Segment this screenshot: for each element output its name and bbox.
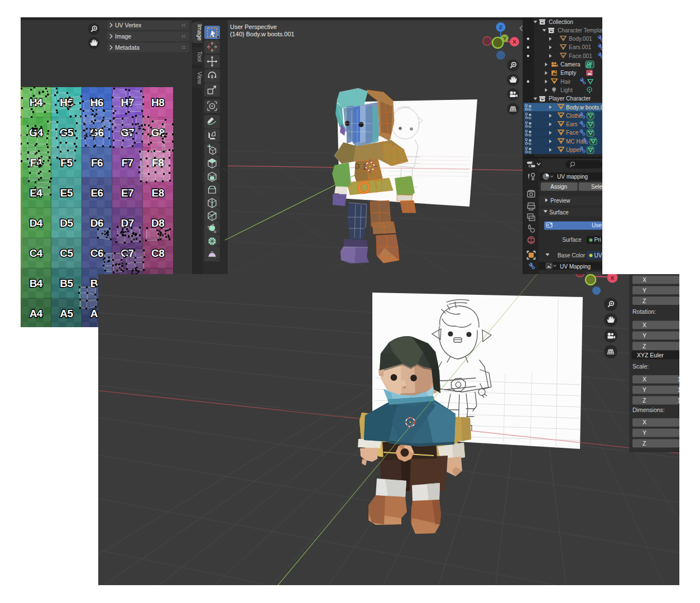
- svg-text:C8: C8: [151, 247, 164, 259]
- svg-text:B5: B5: [60, 277, 73, 289]
- svg-text:Preview: Preview: [550, 198, 570, 204]
- svg-text:Y: Y: [643, 287, 646, 294]
- svg-text:Image: Image: [115, 33, 131, 40]
- svg-text:Camera: Camera: [560, 61, 581, 68]
- svg-text:Z: Z: [643, 397, 646, 404]
- svg-text:Assign: Assign: [550, 184, 567, 190]
- svg-text:D5: D5: [60, 217, 73, 229]
- svg-text:E7: E7: [121, 187, 133, 199]
- svg-text:Base Color: Base Color: [558, 252, 586, 259]
- svg-text:D4: D4: [30, 217, 43, 229]
- svg-text:Use N: Use N: [592, 222, 602, 228]
- svg-text:Character Templat: Character Templat: [558, 27, 602, 34]
- svg-text:UV mapping: UV mapping: [557, 174, 588, 180]
- svg-text:1: 1: [678, 376, 679, 382]
- svg-text:Z: Z: [643, 343, 646, 350]
- svg-text:UV Mapping: UV Mapping: [560, 264, 591, 270]
- svg-text:E8: E8: [152, 187, 164, 199]
- svg-text:Z: Z: [643, 440, 646, 447]
- svg-text:Dimensions:: Dimensions:: [632, 406, 665, 413]
- svg-text:Y: Y: [643, 332, 646, 339]
- svg-text:Empty: Empty: [560, 70, 576, 76]
- svg-text:Metadata: Metadata: [115, 44, 140, 51]
- svg-text:Z: Z: [499, 25, 502, 30]
- svg-text:Image: Image: [196, 24, 203, 40]
- svg-text:E5: E5: [60, 187, 73, 199]
- svg-text:C6: C6: [90, 247, 103, 259]
- svg-text:Ears.001: Ears.001: [569, 44, 591, 50]
- svg-text:Z: Z: [643, 298, 646, 304]
- svg-text:Surface: Surface: [549, 209, 569, 216]
- svg-text:Body.001: Body.001: [569, 36, 592, 42]
- svg-text:X: X: [611, 275, 615, 281]
- svg-text:UV Vertex: UV Vertex: [115, 22, 142, 28]
- svg-text:X: X: [643, 276, 646, 283]
- svg-text:MC Hair: MC Hair: [566, 138, 587, 145]
- svg-text:Hair: Hair: [560, 79, 571, 85]
- svg-text:C4: C4: [30, 247, 43, 259]
- svg-text:Y: Y: [643, 386, 646, 393]
- svg-text:A5: A5: [60, 308, 73, 319]
- svg-text:C5: C5: [60, 247, 73, 259]
- svg-text:User Perspective: User Perspective: [230, 23, 277, 30]
- svg-text:X: X: [513, 39, 516, 45]
- svg-text:F6: F6: [91, 157, 103, 169]
- svg-text:UV: UV: [594, 252, 602, 259]
- svg-text:Y: Y: [503, 36, 506, 41]
- svg-text:Player Character: Player Character: [549, 95, 591, 102]
- svg-text:Face: Face: [566, 130, 579, 136]
- svg-text:D6: D6: [90, 217, 103, 229]
- svg-text:Selec: Selec: [591, 184, 602, 190]
- svg-text:B4: B4: [30, 277, 43, 289]
- svg-text:Scale:: Scale:: [632, 363, 649, 370]
- svg-text:Tool: Tool: [196, 51, 203, 61]
- svg-text:H8: H8: [151, 97, 164, 108]
- svg-text:F7: F7: [122, 157, 133, 169]
- svg-text:X: X: [643, 419, 646, 425]
- svg-text:A4: A4: [30, 308, 43, 319]
- svg-text:Body.w boots.001: Body.w boots.001: [566, 104, 602, 111]
- svg-text:View: View: [196, 71, 203, 84]
- svg-text:Light: Light: [560, 87, 573, 93]
- svg-text:Y: Y: [643, 429, 646, 436]
- svg-text:Face.001: Face.001: [569, 53, 592, 59]
- svg-text:Ears: Ears: [566, 121, 578, 127]
- svg-text:XYZ Euler: XYZ Euler: [637, 352, 664, 358]
- svg-text:1: 1: [678, 397, 679, 404]
- svg-text:X: X: [643, 322, 646, 328]
- svg-text:Collection: Collection: [549, 19, 573, 25]
- svg-text:X: X: [643, 376, 646, 382]
- svg-text:Upper: Upper: [566, 147, 582, 153]
- svg-text:E6: E6: [90, 187, 103, 199]
- svg-text:Pri: Pri: [594, 237, 601, 243]
- svg-text:1: 1: [678, 386, 679, 393]
- svg-text:(140) Body.w boots.001: (140) Body.w boots.001: [230, 31, 294, 37]
- svg-text:Rotation:: Rotation:: [632, 308, 656, 315]
- svg-text:Surface: Surface: [562, 237, 582, 243]
- svg-text:D8: D8: [151, 217, 164, 229]
